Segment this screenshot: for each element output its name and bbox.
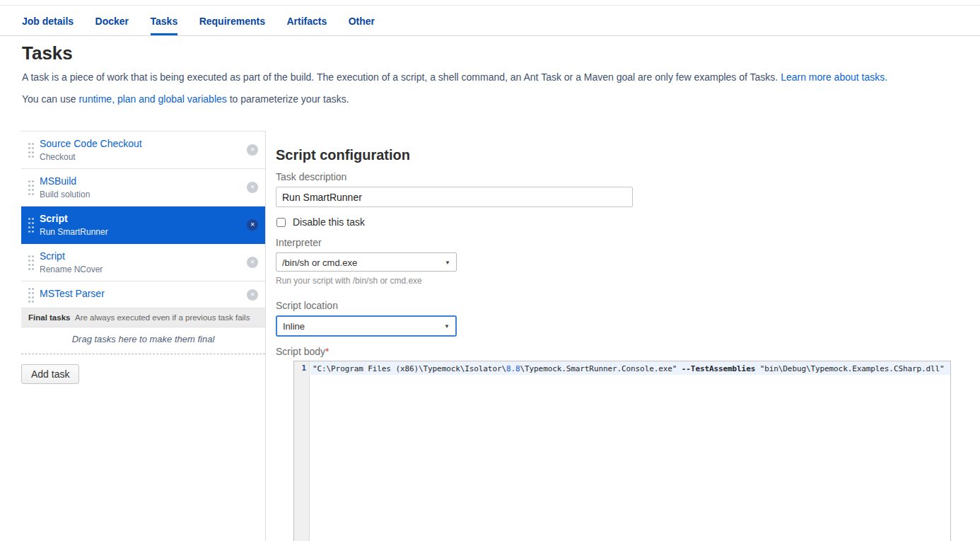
code-line: "C:\Program Files (x86)\Typemock\Isolato…: [310, 361, 950, 375]
intro-text: A task is a piece of work that is being …: [22, 71, 778, 83]
task-title[interactable]: MSTest Parser: [40, 287, 241, 300]
variables-hint-text: You can use runtime, plan and global var…: [22, 93, 349, 105]
top-divider: [0, 5, 980, 6]
bamboo-job-tasks-page: Job details Docker Tasks Requirements Ar…: [0, 0, 980, 541]
final-tasks-label: Final tasks: [28, 313, 70, 322]
task-subtitle: Run SmartRunner: [40, 227, 241, 238]
drag-handle-icon[interactable]: [28, 142, 34, 158]
task-subtitle: Checkout: [40, 152, 241, 163]
delete-task-icon[interactable]: ✕: [247, 144, 258, 156]
chevron-down-icon: ▼: [445, 259, 450, 265]
final-tasks-description: Are always executed even if a previous t…: [75, 313, 250, 322]
task-title[interactable]: Source Code Checkout: [40, 137, 241, 150]
task-item-source-code-checkout[interactable]: Source Code Checkout Checkout ✕: [21, 132, 265, 169]
task-item-msbuild[interactable]: MSBuild Build solution ✕: [21, 169, 265, 206]
task-description-input[interactable]: [276, 187, 633, 207]
tab-requirements[interactable]: Requirements: [199, 16, 265, 33]
tab-docker[interactable]: Docker: [95, 16, 129, 33]
tasks-intro-text: A task is a piece of work that is being …: [22, 71, 887, 83]
task-item-script-rename-ncover[interactable]: Script Rename NCover ✕: [21, 244, 265, 281]
variables-suffix: to parameterize your tasks.: [230, 93, 349, 105]
drag-handle-icon[interactable]: [28, 255, 34, 271]
drag-handle-icon[interactable]: [28, 286, 34, 303]
tab-tasks[interactable]: Tasks: [151, 16, 178, 35]
disable-task-label[interactable]: Disable this task: [293, 216, 365, 228]
interpreter-label: Interpreter: [276, 237, 322, 248]
delete-task-icon[interactable]: ✕: [247, 182, 258, 193]
final-tasks-dropzone[interactable]: Drag tasks here to make them final: [21, 327, 265, 354]
chevron-down-icon: ▼: [444, 323, 450, 330]
tab-other[interactable]: Other: [349, 16, 375, 33]
interpreter-help-text: Run your script with /bin/sh or cmd.exe: [276, 276, 422, 286]
task-item-script-run-smartrunner[interactable]: Script Run SmartRunner ✕: [21, 206, 265, 244]
disable-task-checkbox[interactable]: [276, 218, 286, 227]
delete-task-icon[interactable]: ✕: [247, 219, 258, 231]
drag-handle-icon[interactable]: [28, 180, 34, 196]
learn-more-link[interactable]: Learn more about tasks.: [781, 71, 887, 83]
variables-prefix: You can use: [22, 93, 76, 105]
line-number: 1: [294, 361, 309, 373]
script-location-selected-value: Inline: [283, 321, 305, 332]
task-subtitle: Rename NCover: [40, 264, 241, 275]
variables-link[interactable]: runtime, plan and global variables: [78, 93, 226, 105]
final-tasks-header: Final tasks Are always executed even if …: [21, 308, 265, 327]
task-title[interactable]: Script: [40, 212, 241, 225]
required-marker: *: [325, 346, 329, 357]
delete-task-icon[interactable]: ✕: [247, 289, 258, 301]
drag-handle-icon[interactable]: [28, 217, 34, 233]
script-location-label: Script location: [276, 300, 338, 311]
script-body-editor[interactable]: 1 "C:\Program Files (x86)\Typemock\Isola…: [293, 361, 951, 541]
job-config-tabs: Job details Docker Tasks Requirements Ar…: [0, 15, 980, 36]
task-subtitle: Build solution: [40, 190, 241, 200]
task-list-panel: Source Code Checkout Checkout ✕ MSBuild …: [21, 131, 265, 384]
editor-code-area[interactable]: "C:\Program Files (x86)\Typemock\Isolato…: [310, 361, 950, 541]
interpreter-selected-value: /bin/sh or cmd.exe: [282, 257, 357, 267]
delete-task-icon[interactable]: ✕: [247, 257, 258, 268]
tab-artifacts[interactable]: Artifacts: [286, 16, 327, 33]
script-body-label-text: Script body: [276, 346, 325, 357]
task-title[interactable]: Script: [40, 250, 241, 262]
script-configuration-title: Script configuration: [276, 147, 410, 163]
editor-gutter: 1: [294, 361, 310, 541]
tab-job-details[interactable]: Job details: [22, 16, 74, 33]
script-location-select[interactable]: Inline ▼: [276, 315, 457, 337]
add-task-button[interactable]: Add task: [21, 364, 79, 384]
task-description-label: Task description: [276, 171, 346, 182]
interpreter-select[interactable]: /bin/sh or cmd.exe ▼: [276, 252, 457, 272]
script-body-label: Script body*: [276, 346, 329, 357]
page-title: Tasks: [22, 42, 73, 64]
task-title[interactable]: MSBuild: [40, 175, 241, 187]
panel-divider: [265, 131, 266, 541]
task-item-mstest-parser[interactable]: MSTest Parser ✕: [21, 281, 265, 308]
